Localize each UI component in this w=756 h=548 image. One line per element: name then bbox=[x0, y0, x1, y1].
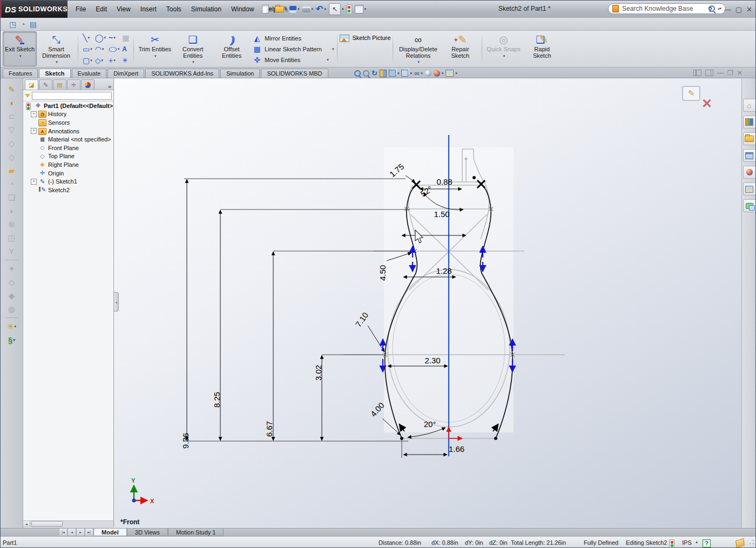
menu-insert[interactable]: Insert bbox=[136, 1, 161, 18]
dropdown-arrow-icon[interactable]: ▾ bbox=[503, 53, 505, 59]
edit-appearance-button[interactable]: ▾ bbox=[434, 70, 444, 77]
minimize-button[interactable]: — bbox=[724, 5, 731, 13]
tab-dimxpert[interactable]: DimXpert bbox=[107, 69, 144, 78]
text-tool[interactable]: A bbox=[121, 43, 130, 55]
last-tab-icon[interactable]: ▸| bbox=[85, 529, 93, 536]
expand-icon[interactable]: + bbox=[31, 128, 37, 134]
property-manager-tab[interactable]: ✎ bbox=[39, 79, 52, 90]
configuration-manager-tab[interactable]: ▤ bbox=[53, 79, 66, 90]
unit-dropdown-icon[interactable]: ▴ bbox=[696, 539, 698, 544]
dropdown-arrow-icon[interactable]: ▾ bbox=[455, 71, 457, 76]
pattern-feature-icon[interactable]: ◇ bbox=[4, 275, 19, 289]
offset-entities-button[interactable]: )) Offset Entities bbox=[212, 31, 251, 66]
dropdown-arrow-icon[interactable]: ▾ bbox=[192, 59, 194, 65]
tab-evaluate[interactable]: Evaluate bbox=[72, 69, 107, 78]
tree-item-top-plane[interactable]: + ◇ Top Plane bbox=[23, 152, 113, 161]
tree-item-origin[interactable]: + ✛ Origin bbox=[23, 169, 113, 178]
confirm-sketch-icon[interactable]: ✎ bbox=[682, 86, 700, 101]
dropdown-arrow-icon[interactable]: ▾ bbox=[442, 71, 444, 76]
toggle-states-button[interactable] bbox=[346, 3, 353, 15]
smart-dimension-button[interactable]: ⤡ Smart Dimension ▾ bbox=[37, 31, 76, 66]
display-style-button[interactable]: ▾ bbox=[401, 70, 412, 77]
pattern-tool[interactable]: ▦ bbox=[121, 32, 130, 43]
dropdown-arrow-icon[interactable]: ▾ bbox=[90, 58, 92, 63]
zoom-area-button[interactable] bbox=[363, 70, 369, 77]
new-document-button[interactable]: ▾ bbox=[261, 3, 273, 15]
surface-plane-icon[interactable]: ▰ bbox=[4, 164, 19, 177]
plane-tool-icon[interactable]: ◇ bbox=[4, 150, 19, 164]
repair-sket​ch-button[interactable]: +✎ Repair Sketch bbox=[441, 31, 480, 66]
tab-simulation[interactable]: Simulation bbox=[220, 69, 260, 78]
save-button[interactable]: ▾ bbox=[288, 3, 301, 15]
cancel-sketch-icon[interactable]: ✕ bbox=[701, 98, 712, 110]
expand-icon[interactable]: + bbox=[31, 111, 37, 117]
menu-tools[interactable]: Tools bbox=[161, 1, 186, 18]
scroll-left-icon[interactable]: ◂ bbox=[23, 521, 30, 527]
custom-properties-tab[interactable] bbox=[743, 182, 756, 195]
print-button[interactable]: ▾ bbox=[301, 3, 315, 15]
view-orientation-quick-icon[interactable]: ◔ bbox=[21, 20, 25, 29]
dropdown-arrow-icon[interactable]: ▾ bbox=[364, 7, 367, 11]
dropdown-arrow-icon[interactable]: ▾ bbox=[718, 7, 720, 11]
tree-item-material[interactable]: + ≣ Material <not specified> bbox=[23, 135, 113, 144]
forum-tab[interactable] bbox=[743, 199, 756, 212]
mirror-entities-button[interactable]: ◭ Mirror Entities bbox=[252, 33, 334, 43]
quick-snaps-button[interactable]: ◎ Quick Snaps ▾ bbox=[484, 31, 522, 66]
dropdown-arrow-icon[interactable]: ▾ bbox=[327, 58, 329, 62]
dome-tool-icon[interactable]: ◔ bbox=[4, 177, 19, 191]
feature-manager-design-tree-tab[interactable]: ◪ bbox=[25, 79, 38, 90]
dropdown-arrow-icon[interactable]: ▾ bbox=[324, 7, 326, 11]
wrap-tool-icon[interactable]: ⊗ bbox=[4, 218, 19, 231]
help-button[interactable]: ? bbox=[708, 5, 712, 13]
display-manager-tab[interactable] bbox=[81, 79, 94, 90]
first-tab-icon[interactable]: |◂ bbox=[59, 529, 68, 536]
dropdown-arrow-icon[interactable]: ▾ bbox=[113, 36, 116, 40]
dropdown-arrow-icon[interactable]: ▾ bbox=[102, 47, 104, 51]
select-button[interactable]: ↖▾ bbox=[328, 3, 345, 15]
next-tab-icon[interactable]: ▸ bbox=[76, 529, 85, 536]
sketch-tool-icon[interactable]: ✎ bbox=[4, 83, 19, 96]
revolve-tool-icon[interactable]: ◖ bbox=[4, 96, 19, 110]
tree-item-sketch2[interactable]: + ✎ Sketch2 bbox=[23, 186, 113, 194]
dropdown-arrow-icon[interactable]: ▾ bbox=[270, 7, 272, 11]
screen-capture-icon[interactable]: ◳ bbox=[9, 20, 16, 29]
tab-3d-views[interactable]: 3D Views bbox=[127, 529, 168, 536]
ellipse-tool[interactable]: ◯▾ bbox=[107, 43, 120, 55]
document-minimize-button[interactable]: — bbox=[717, 69, 724, 77]
close-button[interactable]: ✕ bbox=[746, 5, 752, 13]
loft-tool-icon[interactable]: ▽ bbox=[4, 123, 19, 137]
rapid-sketch-button[interactable]: ❏✎ Rapid Sketch bbox=[523, 31, 562, 66]
tree-item-sketch1[interactable]: + ✎ (-) Sketch1 bbox=[23, 177, 113, 186]
document-close-button[interactable]: ✕ bbox=[737, 69, 742, 77]
linear-sketch-pattern-button[interactable]: ▦ Linear Sketch Pattern ▾ bbox=[252, 44, 334, 54]
menu-view[interactable]: View bbox=[112, 1, 136, 18]
dropdown-arrow-icon[interactable]: ▾ bbox=[118, 47, 120, 51]
tab-sketch[interactable]: Sketch bbox=[39, 69, 70, 78]
tree-horizontal-scrollbar[interactable]: ◂ bbox=[23, 520, 114, 527]
dropdown-arrow-icon[interactable]: ▾ bbox=[312, 7, 314, 11]
graphics-viewport[interactable]: 9.36 8.25 6.67 3.02 4.50 7.10 4.00 1.75 … bbox=[114, 78, 741, 528]
slot-tool[interactable]: ▢▾ bbox=[82, 55, 93, 66]
dropdown-arrow-icon[interactable]: ▾ bbox=[102, 58, 104, 63]
dropdown-arrow-icon[interactable]: ▾ bbox=[397, 71, 400, 76]
restore-button[interactable]: ▢ bbox=[735, 5, 742, 13]
expand-icon[interactable]: + bbox=[31, 179, 37, 185]
draft-feature-icon[interactable]: ◆ bbox=[4, 289, 19, 302]
dimxpert-manager-tab[interactable]: ✛ bbox=[67, 79, 80, 90]
menu-window[interactable]: Window bbox=[226, 1, 259, 18]
design-library-tab[interactable] bbox=[743, 116, 756, 128]
dropdown-arrow-icon[interactable]: ▾ bbox=[154, 53, 157, 59]
tree-item-front-plane[interactable]: + ◇ Front Plane bbox=[23, 144, 113, 152]
view-orientation-button[interactable]: ▾ bbox=[389, 70, 400, 77]
tree-item-right-plane[interactable]: + ◈ Right Plane bbox=[23, 160, 113, 169]
spline-tool[interactable]: ~▾ bbox=[107, 32, 120, 43]
shell-tool-icon[interactable]: ❏ bbox=[4, 191, 19, 204]
tree-item-sensors[interactable]: + ◔ Sensors bbox=[23, 118, 113, 127]
convert-entities-button[interactable]: ❏ Convert Entities ▾ bbox=[173, 31, 212, 66]
split-pane-right-icon[interactable] bbox=[705, 70, 713, 76]
options-button[interactable]: ▾ bbox=[354, 3, 368, 15]
split-tool-icon[interactable]: Y bbox=[4, 245, 19, 258]
sketch-canvas[interactable]: 9.36 8.25 6.67 3.02 4.50 7.10 4.00 1.75 … bbox=[114, 78, 741, 528]
shadows-toggle-button[interactable] bbox=[425, 70, 431, 77]
display-delete-relations-button[interactable]: ∞ Display/Delete Relations ▾ bbox=[395, 31, 441, 66]
